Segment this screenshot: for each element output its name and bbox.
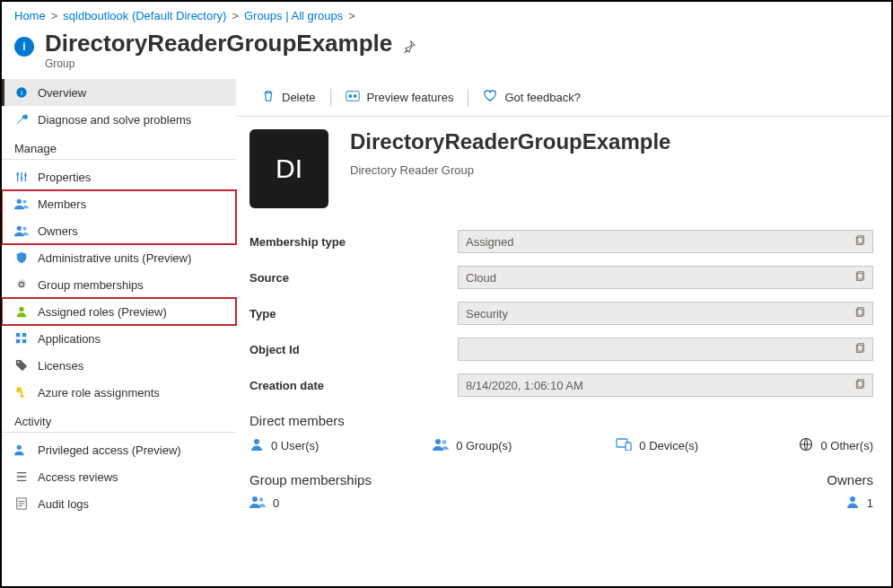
svg-point-3 bbox=[21, 177, 23, 180]
sidebar-item-audit-logs[interactable]: Audit logs bbox=[2, 490, 236, 517]
copy-icon[interactable] bbox=[854, 235, 865, 249]
svg-rect-38 bbox=[626, 443, 631, 451]
copy-icon[interactable] bbox=[854, 379, 865, 392]
sidebar-item-access-reviews[interactable]: Access reviews bbox=[2, 463, 236, 490]
stat-label: 0 User(s) bbox=[271, 439, 319, 452]
svg-point-2 bbox=[16, 173, 19, 176]
prop-label: Source bbox=[250, 271, 458, 285]
feedback-button[interactable]: Got feedback? bbox=[472, 86, 591, 109]
sidebar-item-label: Overview bbox=[38, 86, 86, 100]
copy-icon[interactable] bbox=[854, 307, 865, 320]
svg-rect-12 bbox=[22, 333, 26, 337]
prop-label: Membership type bbox=[250, 235, 458, 249]
toolbar: Delete Preview features Got feedback? bbox=[237, 79, 891, 117]
device-icon bbox=[616, 438, 632, 453]
svg-point-36 bbox=[442, 440, 446, 443]
button-label: Preview features bbox=[367, 91, 454, 104]
group-memberships-heading: Group memberships bbox=[250, 472, 372, 487]
preview-features-button[interactable]: Preview features bbox=[335, 86, 465, 109]
svg-point-4 bbox=[24, 174, 27, 177]
person-icon bbox=[14, 304, 29, 319]
sliders-icon bbox=[14, 170, 29, 184]
stat-users[interactable]: 0 User(s) bbox=[250, 437, 433, 454]
sidebar-item-diagnose[interactable]: Diagnose and solve problems bbox=[2, 106, 236, 133]
prop-value: 8/14/2020, 1:06:10 AM bbox=[458, 373, 873, 397]
sidebar-item-label: Members bbox=[38, 197, 86, 211]
breadcrumb-home[interactable]: Home bbox=[14, 9, 46, 22]
stat-groups[interactable]: 0 Group(s) bbox=[433, 437, 616, 454]
separator bbox=[330, 89, 331, 107]
apps-icon bbox=[14, 331, 29, 346]
value-text: Cloud bbox=[466, 271, 496, 285]
stat-devices[interactable]: 0 Device(s) bbox=[616, 437, 799, 454]
sidebar-item-group-memberships[interactable]: Group memberships bbox=[2, 271, 236, 298]
people-icon bbox=[433, 437, 449, 454]
sidebar-item-admin-units[interactable]: Administrative units (Preview) bbox=[2, 244, 236, 271]
sidebar-item-label: Licenses bbox=[38, 359, 83, 373]
separator bbox=[468, 89, 468, 107]
sidebar-item-azure-role[interactable]: Azure role assignments bbox=[2, 379, 236, 406]
breadcrumb-directory[interactable]: sqldboutlook (Default Directory) bbox=[63, 9, 226, 22]
owners-count[interactable]: 1 bbox=[827, 495, 873, 512]
info-icon: i bbox=[14, 37, 34, 57]
person-icon bbox=[250, 437, 264, 454]
prop-value bbox=[458, 338, 873, 361]
sidebar-item-label: Diagnose and solve problems bbox=[38, 113, 191, 127]
svg-point-5 bbox=[17, 199, 22, 204]
pin-icon[interactable] bbox=[403, 40, 416, 56]
preview-icon bbox=[346, 90, 360, 105]
stat-label: 0 Device(s) bbox=[639, 439, 698, 452]
svg-rect-18 bbox=[21, 396, 24, 398]
page-title: DirectoryReaderGroupExample bbox=[45, 30, 392, 57]
page-header: i DirectoryReaderGroupExample Group bbox=[2, 26, 891, 79]
sidebar-item-assigned-roles[interactable]: Assigned roles (Preview) bbox=[2, 298, 236, 325]
group-title: DirectoryReaderGroupExample bbox=[350, 129, 670, 154]
svg-point-6 bbox=[23, 200, 27, 204]
sidebar-item-owners[interactable]: Owners bbox=[2, 217, 236, 244]
people-icon bbox=[14, 443, 29, 457]
page-subtitle: Group bbox=[45, 57, 392, 70]
copy-icon[interactable] bbox=[854, 271, 865, 285]
svg-point-41 bbox=[259, 497, 263, 501]
svg-point-42 bbox=[850, 496, 855, 502]
log-icon bbox=[14, 496, 29, 511]
group-header: DI DirectoryReaderGroupExample Directory… bbox=[250, 129, 873, 208]
group-subtitle: Directory Reader Group bbox=[350, 163, 670, 177]
group-memberships-count[interactable]: 0 bbox=[250, 495, 372, 512]
sidebar-item-overview[interactable]: i Overview bbox=[2, 79, 236, 106]
sidebar-item-properties[interactable]: Properties bbox=[2, 163, 236, 190]
sidebar-item-applications[interactable]: Applications bbox=[2, 325, 236, 352]
stat-other[interactable]: 0 Other(s) bbox=[799, 437, 873, 454]
svg-rect-21 bbox=[346, 92, 358, 101]
copy-icon[interactable] bbox=[854, 343, 865, 356]
prop-value: Cloud bbox=[458, 266, 873, 289]
heart-icon bbox=[483, 90, 497, 105]
people-icon bbox=[250, 495, 266, 512]
sidebar-item-label: Properties bbox=[38, 171, 91, 184]
value-text: 8/14/2020, 1:06:10 AM bbox=[466, 379, 583, 392]
chevron-right-icon: > bbox=[232, 9, 239, 22]
info-icon: i bbox=[14, 85, 29, 100]
sidebar-item-label: Access reviews bbox=[38, 470, 118, 484]
svg-point-19 bbox=[17, 445, 22, 450]
count-value: 0 bbox=[273, 496, 279, 510]
person-icon bbox=[845, 495, 860, 512]
owners-heading: Owners bbox=[827, 472, 873, 487]
breadcrumb-groups[interactable]: Groups | All groups bbox=[244, 9, 343, 22]
svg-rect-13 bbox=[16, 339, 20, 343]
prop-source: Source Cloud bbox=[250, 266, 873, 289]
value-text: Security bbox=[466, 307, 508, 320]
sidebar-item-label: Owners bbox=[38, 224, 78, 238]
delete-button[interactable]: Delete bbox=[251, 86, 327, 109]
sidebar-item-members[interactable]: Members bbox=[2, 190, 236, 217]
sidebar-item-label: Privileged access (Preview) bbox=[38, 443, 181, 457]
sidebar-item-licenses[interactable]: Licenses bbox=[2, 352, 236, 379]
list-icon bbox=[14, 470, 29, 484]
button-label: Got feedback? bbox=[504, 91, 581, 104]
svg-rect-14 bbox=[22, 339, 26, 343]
svg-rect-11 bbox=[16, 333, 20, 337]
sidebar-item-privileged[interactable]: Privileged access (Preview) bbox=[2, 436, 236, 463]
svg-point-22 bbox=[348, 94, 352, 98]
main-content: Delete Preview features Got feedback? DI bbox=[237, 79, 891, 586]
direct-members-stats: 0 User(s) 0 Group(s) 0 Device(s) bbox=[250, 437, 873, 454]
